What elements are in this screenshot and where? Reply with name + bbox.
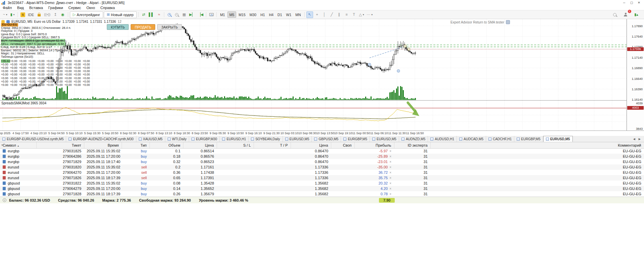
menu-item-6[interactable]: Справка — [98, 5, 118, 10]
chart-tab-13[interactable]: AUDCAD,M5 — [457, 136, 486, 142]
chart-tab-1[interactable]: EURGBP-AUDNZD-CADCHF.synth,M30 — [66, 136, 136, 142]
tick-chart-icon[interactable]: ≈ — [156, 11, 162, 18]
chart-type-icon[interactable]: ▮▾ — [9, 11, 16, 18]
column-header-10[interactable]: Прибыль — [354, 142, 394, 148]
screenshot-icon[interactable] — [208, 11, 215, 18]
close-trade-button[interactable]: × — [389, 192, 391, 196]
column-header-5[interactable]: Цена — [183, 142, 217, 148]
market-watch-icon[interactable]: ▮▴ — [633, 11, 640, 18]
scripts-icon[interactable]: S — [19, 11, 26, 18]
column-header-3[interactable]: Тип — [122, 142, 149, 148]
ide-button[interactable]: IDE — [27, 11, 35, 18]
fibonacci-tool-icon[interactable]: ≡ — [343, 11, 350, 18]
buy-button[interactable]: КУПИТЬ — [107, 24, 129, 30]
restore-button[interactable]: ▢ — [628, 1, 635, 4]
shapes-tool-icon[interactable]: △▾ — [358, 11, 365, 18]
quotes-chart-icon[interactable]: ~▾ — [2, 11, 8, 18]
tabs-scroll-right[interactable]: ▶ — [639, 138, 641, 141]
new-order-button[interactable]: ⊞Новый ордер — [104, 11, 137, 18]
objects-more-icon[interactable]: ⋯▾ — [366, 11, 374, 18]
text-tool-icon[interactable]: T — [351, 11, 357, 18]
expand-icon[interactable]: + — [3, 198, 6, 202]
trade-row[interactable]: eurusd2790642702025.09.11 17:20:00sell0.… — [0, 170, 644, 175]
indicator-chart[interactable] — [0, 101, 627, 131]
timeframe-d1[interactable]: D1 — [276, 11, 284, 18]
column-header-6[interactable]: S / L — [217, 142, 254, 148]
search-icon[interactable] — [611, 11, 618, 18]
trade-row[interactable]: gbpusd2790642792025.09.11 17:20:00buy0.1… — [0, 186, 644, 191]
chart-tab-0[interactable]: EURGBP-EURUSD-USDInd.synth,M5 — [0, 136, 66, 142]
close-trade-button[interactable]: × — [389, 160, 391, 164]
trade-row[interactable]: gbpusd2790718282025.09.11 18:17:39buy0.2… — [0, 191, 644, 197]
column-header-9[interactable]: Своп — [331, 142, 354, 148]
chart-tab-11[interactable]: AUDNZD,M5 — [399, 136, 428, 142]
trade-row[interactable]: gbpusd2790318222025.09.11 15:35:02buy0.0… — [0, 181, 644, 186]
tile-windows-icon[interactable]: ⇄ — [140, 11, 147, 18]
chart-tab-7[interactable]: EURUSD,M5 — [283, 136, 312, 142]
time-axis[interactable]: 4 Sep 20254 Sep 17:504 Sep 23:105 Sep 04… — [0, 131, 627, 136]
lock-icon[interactable] — [36, 11, 42, 18]
timeframe-mn[interactable]: MN — [294, 11, 302, 18]
column-header-12[interactable]: Комментарий — [430, 142, 644, 148]
trade-row[interactable]: eurusd2790318202025.09.11 15:35:02sell0.… — [0, 164, 644, 170]
close-button[interactable]: ✕ — [635, 1, 643, 4]
upload-icon[interactable]: ↥ — [52, 11, 59, 18]
timeframe-w1[interactable]: W1 — [285, 11, 293, 18]
channel-tool-icon[interactable]: ∥ — [336, 11, 343, 18]
column-header-2[interactable]: Время — [84, 142, 122, 148]
trade-row[interactable]: eurgbp2790318252025.09.11 15:35:02buy0.1… — [0, 148, 644, 154]
chart-tab-12[interactable]: AUDUSD,H1 — [428, 136, 457, 142]
timeframe-h4[interactable]: H4 — [267, 11, 275, 18]
column-header-11[interactable]: ID эксперта — [394, 142, 430, 148]
price-axis[interactable]: 1.178901.176401.173901.171401.168901.166… — [627, 19, 644, 131]
menu-item-5[interactable]: Окно — [84, 5, 98, 10]
ea-icon[interactable] — [506, 20, 510, 24]
close-trade-button[interactable]: × — [389, 155, 391, 158]
column-header-4[interactable]: Объем — [149, 142, 183, 148]
timeframe-m1[interactable]: M1 — [218, 11, 227, 18]
chart-tab-10[interactable]: EURUSD,M5 — [370, 136, 399, 142]
timeframe-m5[interactable]: M5 — [227, 11, 237, 18]
chart-tab-9[interactable]: EURGBP,M5 — [341, 136, 370, 142]
timeframe-h1[interactable]: H1 — [259, 11, 266, 18]
close-trade-button[interactable]: × — [389, 187, 391, 191]
toolbox-close-button[interactable]: × — [1, 143, 3, 147]
trendline-tool-icon[interactable]: ╱ — [329, 11, 335, 18]
auto-scroll-icon[interactable]: ▶▏ — [188, 11, 196, 18]
bar-chart-icon[interactable]: ▌▌ — [148, 11, 155, 18]
chart-tab-15[interactable]: EURGBP,M5 — [514, 136, 543, 142]
community-icon[interactable]: 1 — [622, 11, 629, 18]
menu-item-2[interactable]: Вставка — [27, 5, 46, 10]
crosshair-tool-icon[interactable]: + — [314, 11, 320, 18]
close-trade-button[interactable]: × — [389, 182, 391, 185]
column-header-7[interactable]: T / P — [254, 142, 291, 148]
timeframe-m30[interactable]: M30 — [248, 11, 258, 18]
close-trade-button[interactable]: × — [389, 176, 391, 180]
close-trade-button[interactable]: × — [389, 171, 391, 174]
chart-tab-8[interactable]: GBPUSD,M5 — [312, 136, 341, 142]
grid-icon[interactable]: ▦ — [181, 11, 187, 18]
zoom-out-icon[interactable]: − — [173, 11, 180, 18]
chart-tab-5[interactable]: EURUSD,H1 — [220, 136, 249, 142]
chart-tab-6[interactable]: SOYBEAN,Daily — [249, 136, 283, 142]
timeframe-m15[interactable]: M15 — [237, 11, 247, 18]
column-header-0[interactable]: Символ ▲ — [0, 142, 36, 148]
close-trade-button[interactable]: × — [389, 165, 391, 169]
trade-row[interactable]: eurgbp2790718292025.09.11 18:17:40buy0.3… — [0, 159, 644, 164]
signal-icon[interactable]: ((•)) — [43, 11, 51, 18]
price-chart[interactable] — [0, 19, 627, 100]
menu-item-1[interactable]: Вид — [14, 5, 27, 10]
chart-tab-2[interactable]: XAUUSD,M5 — [136, 136, 165, 142]
cursor-tool-icon[interactable]: ↖ — [306, 11, 313, 18]
menu-item-4[interactable]: Сервис — [66, 5, 84, 10]
market-icon[interactable]: ◉ — [59, 11, 66, 18]
sell-button[interactable]: ПРОДАТЬ — [131, 24, 155, 30]
zoom-in-icon[interactable]: + — [166, 11, 173, 18]
algo-trading-button[interactable]: ▷Алготрейдинг — [70, 11, 103, 18]
trade-row[interactable]: eurusd2790718262025.09.11 18:17:39sell0.… — [0, 175, 644, 181]
chart-shift-icon[interactable]: ▕◀ — [197, 11, 204, 18]
minimize-button[interactable]: ─ — [620, 1, 628, 4]
chart-tab-16[interactable]: EURUSD,M5 — [543, 136, 573, 142]
vertical-line-tool-icon[interactable]: │ — [321, 11, 328, 18]
tabs-scroll-left[interactable]: ◀ — [633, 138, 635, 141]
